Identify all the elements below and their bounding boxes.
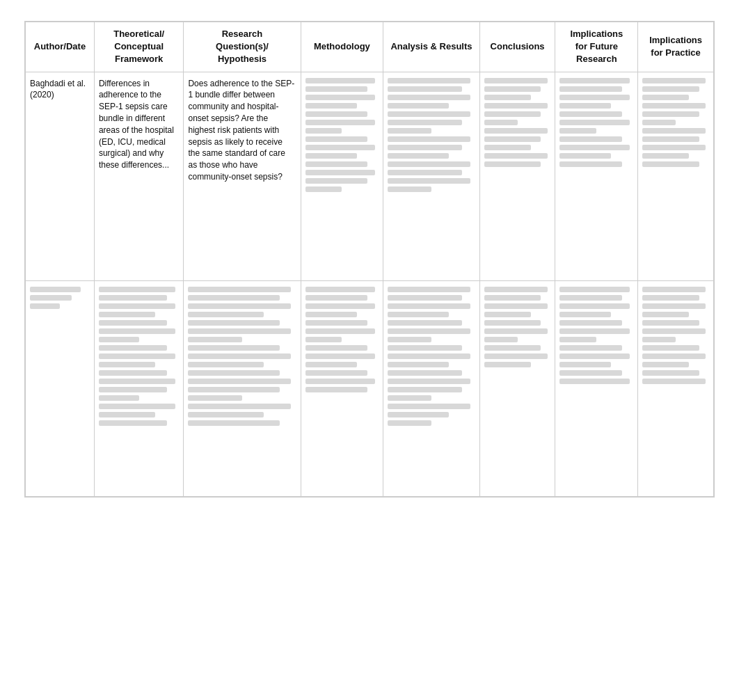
main-table-wrapper: Author/Date Theoretical/ConceptualFramew… [24,21,715,498]
blurred-analysis-1 [388,78,475,192]
header-row: Author/Date Theoretical/ConceptualFramew… [26,22,714,72]
cell-analysis-1 [383,72,479,280]
blurred-impl-future-2 [559,287,633,384]
header-implications-practice: Implicationsfor Practice [638,22,714,72]
cell-author-1: Baghdadi et al. (2020) [26,72,95,280]
cell-research-1: Does adherence to the SEP-1 bundle diffe… [184,72,301,280]
blurred-methodology-2 [305,287,379,392]
cell-implications-future-1 [555,72,638,280]
cell-analysis-2 [383,280,479,496]
header-author: Author/Date [26,22,95,72]
header-methodology: Methodology [301,22,383,72]
table-row [26,280,714,496]
blurred-conclusions-1 [484,78,551,167]
blurred-impl-practice-2 [642,287,709,384]
cell-theoretical-2 [94,280,184,496]
blurred-conclusions-2 [484,287,551,367]
blurred-impl-practice-1 [642,78,709,167]
cell-conclusions-1 [479,72,555,280]
blurred-research-2 [188,287,296,426]
blurred-methodology-1 [305,78,379,192]
cell-implications-practice-2 [638,280,714,496]
cell-implications-future-2 [555,280,638,496]
cell-author-2 [26,280,95,496]
cell-methodology-2 [301,280,383,496]
header-research: ResearchQuestion(s)/Hypothesis [184,22,301,72]
header-implications-future: Implicationsfor FutureResearch [555,22,638,72]
blurred-author-2 [30,287,90,309]
blurred-impl-future-1 [559,78,633,167]
table-row: Baghdadi et al. (2020) Differences in ad… [26,72,714,280]
cell-methodology-1 [301,72,383,280]
header-analysis: Analysis & Results [383,22,479,72]
cell-conclusions-2 [479,280,555,496]
blurred-theoretical-2 [99,287,180,426]
blurred-analysis-2 [388,287,475,426]
header-theoretical: Theoretical/ConceptualFramework [94,22,184,72]
research-table: Author/Date Theoretical/ConceptualFramew… [25,22,714,497]
cell-implications-practice-1 [638,72,714,280]
cell-theoretical-1: Differences in adherence to the SEP-1 se… [94,72,184,280]
cell-research-2 [184,280,301,496]
header-conclusions: Conclusions [479,22,555,72]
